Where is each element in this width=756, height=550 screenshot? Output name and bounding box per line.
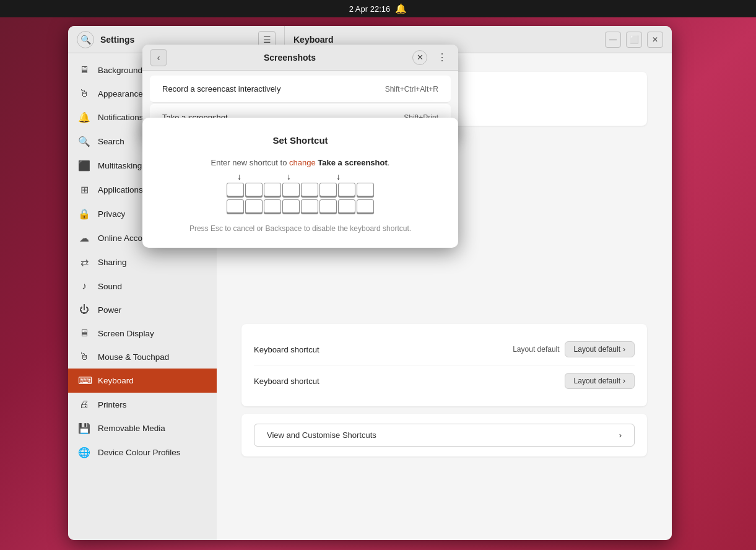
close-icon: ✕ bbox=[417, 53, 424, 62]
screencast-shortcut: Shift+Ctrl+Alt+R bbox=[385, 85, 438, 94]
sidebar-item-removable-media[interactable]: 💾 Removable Media bbox=[68, 416, 217, 440]
appearance-icon: 🖱 bbox=[78, 88, 90, 99]
modal-desc-prefix: Enter new shortcut to bbox=[211, 158, 289, 167]
sidebar-label-appearance: Appearance bbox=[98, 89, 143, 98]
sidebar-label-keyboard: Keyboard bbox=[98, 376, 134, 385]
multitasking-icon: ⬛ bbox=[78, 160, 90, 172]
screencast-label: Record a screencast interactively bbox=[162, 84, 280, 94]
sidebar-label-mouse-touchpad: Mouse & Touchpad bbox=[98, 352, 169, 362]
minimize-button[interactable]: — bbox=[605, 32, 621, 48]
modal-description: Enter new shortcut to change Take a scre… bbox=[161, 157, 440, 169]
modal-hint: Press Esc to cancel or Backspace to disa… bbox=[161, 224, 440, 233]
key-14 bbox=[319, 199, 337, 213]
layout-default-label-1: Layout default bbox=[513, 345, 559, 354]
sidebar-label-removable-media: Removable Media bbox=[98, 424, 165, 433]
settings-window-title: Settings bbox=[100, 35, 134, 45]
modal-desc-action: Take a screenshot. bbox=[316, 158, 390, 167]
key-8 bbox=[357, 183, 374, 196]
layout-default-button-1[interactable]: Layout default › bbox=[565, 341, 635, 357]
dialog-back-button[interactable]: ‹ bbox=[150, 49, 167, 66]
sidebar-label-sharing: Sharing bbox=[98, 258, 127, 267]
window-controls: — ⬜ ✕ bbox=[605, 32, 663, 48]
shortcut-label-1: Keyboard shortcut bbox=[254, 345, 319, 354]
dialog-titlebar: ‹ Screenshots ✕ ⋮ bbox=[142, 45, 458, 71]
layout-default-arrow-1: › bbox=[623, 345, 625, 354]
view-customise-arrow: › bbox=[619, 430, 622, 440]
sidebar-label-power: Power bbox=[98, 305, 121, 315]
key-12 bbox=[282, 199, 300, 213]
key-13 bbox=[301, 199, 318, 213]
view-shortcuts-card: View and Customise Shortcuts › bbox=[241, 414, 647, 456]
key-5 bbox=[301, 183, 318, 196]
key-4 bbox=[282, 183, 300, 196]
online-accounts-icon: ☁ bbox=[78, 232, 90, 244]
close-button[interactable]: ✕ bbox=[647, 32, 663, 48]
shortcut-row-2: Keyboard shortcut Layout default › bbox=[254, 365, 635, 396]
search-icon: 🔍 bbox=[78, 136, 90, 147]
sidebar-label-search: Search bbox=[98, 137, 124, 146]
key-15 bbox=[338, 199, 355, 213]
applications-icon: ⊞ bbox=[78, 184, 90, 196]
shortcut-value-1: Layout default Layout default › bbox=[513, 341, 635, 357]
back-arrow-icon: ‹ bbox=[157, 53, 160, 63]
screenshots-dialog-title: Screenshots bbox=[173, 53, 406, 63]
layout-default-btn-label-1: Layout default bbox=[574, 345, 620, 354]
set-shortcut-modal: Set Shortcut Enter new shortcut to chang… bbox=[142, 118, 458, 248]
keyboard-visual: ↓ ↓ ↓ bbox=[161, 183, 440, 213]
screenshots-three-dots-button[interactable]: ⋮ bbox=[433, 49, 451, 66]
background-icon: 🖥 bbox=[78, 64, 90, 76]
sidebar-item-screen-display[interactable]: 🖥 Screen Display bbox=[68, 321, 217, 345]
sidebar-item-sharing[interactable]: ⇄ Sharing bbox=[68, 250, 217, 274]
shortcut-value-2: Layout default › bbox=[565, 373, 635, 389]
shortcut-row-1: Keyboard shortcut Layout default Layout … bbox=[254, 334, 635, 365]
maximize-button[interactable]: ⬜ bbox=[626, 32, 642, 48]
topbar-datetime: 2 Apr 22:16 bbox=[349, 4, 391, 14]
printers-icon: 🖨 bbox=[78, 399, 90, 410]
key-arrow-1: ↓ bbox=[237, 172, 241, 181]
sound-icon: ♪ bbox=[78, 281, 90, 292]
sidebar-label-sound: Sound bbox=[98, 282, 122, 291]
topbar-bell-icon: 🔔 bbox=[395, 3, 407, 14]
view-customise-label: View and Customise Shortcuts bbox=[267, 430, 376, 440]
layout-default-button-2[interactable]: Layout default › bbox=[565, 373, 635, 389]
sidebar-item-mouse-touchpad[interactable]: 🖱 Mouse & Touchpad bbox=[68, 345, 217, 369]
key-10 bbox=[245, 199, 263, 213]
layout-default-arrow-2: › bbox=[623, 377, 625, 385]
modal-title: Set Shortcut bbox=[161, 135, 440, 146]
screenshots-dialog-close-button[interactable]: ✕ bbox=[412, 50, 427, 65]
notifications-icon: 🔔 bbox=[78, 111, 90, 123]
power-icon: ⏻ bbox=[78, 304, 90, 315]
view-customise-shortcuts-button[interactable]: View and Customise Shortcuts › bbox=[254, 424, 635, 447]
sidebar-item-sound[interactable]: ♪ Sound bbox=[68, 274, 217, 298]
search-icon-button[interactable]: 🔍 bbox=[77, 31, 94, 48]
sidebar-label-notifications: Notifications bbox=[98, 113, 144, 122]
sidebar-item-printers[interactable]: 🖨 Printers bbox=[68, 393, 217, 416]
panel-title: Keyboard bbox=[293, 35, 334, 45]
key-7 bbox=[338, 183, 355, 196]
shortcut-label-2: Keyboard shortcut bbox=[254, 377, 319, 386]
key-1 bbox=[227, 183, 244, 196]
sidebar-label-privacy: Privacy bbox=[98, 209, 125, 219]
screen-display-icon: 🖥 bbox=[78, 328, 90, 339]
sidebar-label-screen-display: Screen Display bbox=[98, 329, 154, 338]
sidebar-item-power[interactable]: ⏻ Power bbox=[68, 298, 217, 321]
key-3 bbox=[264, 183, 281, 196]
sidebar-label-printers: Printers bbox=[98, 400, 127, 409]
privacy-icon: 🔒 bbox=[78, 208, 90, 220]
key-2 bbox=[245, 183, 263, 196]
removable-media-icon: 💾 bbox=[78, 422, 90, 434]
modal-desc-change: change bbox=[289, 158, 316, 167]
key-6 bbox=[319, 183, 337, 196]
key-arrow-2: ↓ bbox=[287, 172, 291, 181]
sidebar-item-device-colour-profiles[interactable]: 🌐 Device Colour Profiles bbox=[68, 440, 217, 465]
keyboard-icon: ⌨ bbox=[78, 375, 90, 386]
sidebar-label-multitasking: Multitasking bbox=[98, 161, 142, 170]
dialog-row-screencast[interactable]: Record a screencast interactively Shift+… bbox=[150, 76, 451, 103]
sidebar-label-device-colour-profiles: Device Colour Profiles bbox=[98, 448, 181, 457]
device-colour-profiles-icon: 🌐 bbox=[78, 447, 90, 458]
key-11 bbox=[264, 199, 281, 213]
layout-default-btn-label-2: Layout default bbox=[574, 377, 620, 385]
sidebar-item-keyboard[interactable]: ⌨ Keyboard bbox=[68, 369, 217, 393]
shortcut-card-1: Keyboard shortcut Layout default Layout … bbox=[241, 324, 647, 406]
mouse-touchpad-icon: 🖱 bbox=[78, 351, 90, 362]
